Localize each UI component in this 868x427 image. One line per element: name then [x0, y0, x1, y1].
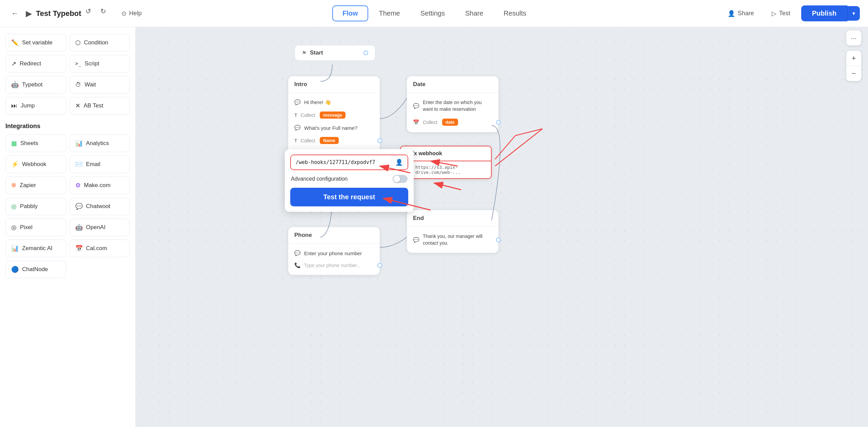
- start-node-inner[interactable]: ⚑ Start: [294, 45, 376, 61]
- apix-url-text[interactable]: https://s3.apix-drive.com/web-...: [415, 165, 486, 175]
- sidebar-item-analytics[interactable]: 📊 Analytics: [70, 135, 130, 152]
- sidebar-item-zapier[interactable]: ❊ Zapier: [5, 177, 66, 194]
- phone-row-1: 📞 Type your phone number...: [288, 259, 380, 271]
- tab-theme[interactable]: Theme: [369, 6, 409, 21]
- start-connector-dot: [363, 50, 368, 55]
- publish-button[interactable]: Publish: [801, 5, 847, 21]
- chat-icon-phone: 💬: [294, 250, 301, 256]
- apix-webhook-node[interactable]: apix webhook 🔗 https://s3.apix-drive.com…: [400, 146, 492, 179]
- end-node[interactable]: End 💬 Thank you, our manager will contac…: [407, 210, 498, 253]
- date-text-0: Enter the date on which you want to make…: [423, 99, 492, 113]
- zoom-out-button[interactable]: −: [846, 66, 861, 81]
- sidebar-item-jump[interactable]: ⏭ Jump: [5, 97, 66, 115]
- phone-node-body: 💬 Enter your phone number 📞 Type your ph…: [288, 244, 380, 275]
- share-button[interactable]: 👤 Share: [721, 6, 761, 21]
- tab-flow[interactable]: Flow: [332, 5, 368, 21]
- advanced-config-toggle[interactable]: [393, 175, 408, 183]
- sidebar-item-label: Analytics: [86, 140, 109, 147]
- chatwoot-icon: 💬: [75, 203, 83, 210]
- t-icon-1: T: [294, 138, 297, 143]
- webhook-user-icon[interactable]: 👤: [391, 155, 408, 169]
- tab-share[interactable]: Share: [456, 6, 493, 21]
- date-node[interactable]: Date 💬 Enter the date on which you want …: [407, 76, 498, 132]
- sidebar-item-email[interactable]: ✉️ Email: [70, 156, 130, 173]
- publish-dropdown-button[interactable]: ▾: [847, 6, 860, 21]
- chatnode-icon: 🔵: [11, 266, 19, 273]
- pixel-icon: ◎: [11, 224, 17, 231]
- tab-results[interactable]: Results: [494, 6, 536, 21]
- ab-test-icon: ✕: [75, 102, 80, 109]
- sidebar-item-webhook[interactable]: ⚡ Webhook: [5, 156, 66, 173]
- help-icon: ⊙: [121, 10, 126, 17]
- sidebar-item-label: Sheets: [20, 140, 38, 147]
- toggle-knob: [393, 176, 400, 182]
- sidebar-item-zemantic[interactable]: 📊 Zemantic AI: [5, 240, 66, 257]
- sidebar-item-typebot[interactable]: 🤖 Typebot: [5, 76, 66, 94]
- sidebar-item-set-variable[interactable]: ✏️ Set variable: [5, 34, 66, 52]
- chat-icon-date: 💬: [413, 103, 419, 109]
- tag-name: Name: [320, 137, 338, 144]
- intro-row-3: T Collect Name: [288, 134, 380, 147]
- svg-line-6: [515, 129, 542, 136]
- svg-line-7: [495, 129, 542, 166]
- sidebar-item-label: ChatNode: [22, 266, 48, 273]
- sidebar-item-ab-test[interactable]: ✕ AB Test: [70, 97, 130, 115]
- help-button[interactable]: ⊙ Help: [117, 7, 146, 20]
- canvas-more-button[interactable]: ···: [846, 30, 861, 45]
- sidebar-item-condition[interactable]: ⬡ Condition: [70, 34, 130, 52]
- node-connector-name: [377, 138, 382, 143]
- sidebar-item-label: Webhook: [22, 161, 46, 168]
- sidebar-item-redirect[interactable]: ↗ Redirect: [5, 55, 66, 73]
- sidebar-item-sheets[interactable]: ▦ Sheets: [5, 135, 66, 152]
- connection-lines: [136, 27, 868, 427]
- publish-group: Publish ▾: [801, 5, 860, 21]
- back-button[interactable]: ←: [8, 7, 22, 20]
- intro-node-header: Intro: [288, 76, 380, 93]
- collect-label-1: Collect: [301, 138, 315, 143]
- sidebar-blocks-grid: ✏️ Set variable ⬡ Condition ↗ Redirect >…: [5, 34, 130, 115]
- phone-node[interactable]: Phone 💬 Enter your phone number 📞 Type y…: [288, 227, 380, 275]
- node-connector-phone: [377, 263, 382, 268]
- sidebar-item-openai[interactable]: 🤖 OpenAI: [70, 219, 130, 236]
- set-variable-icon: ✏️: [11, 39, 19, 46]
- sidebar-item-label: Cal.com: [86, 245, 107, 252]
- sidebar-item-pixel[interactable]: ◎ Pixel: [5, 219, 66, 236]
- sidebar-item-calcom[interactable]: 📅 Cal.com: [70, 240, 130, 257]
- tab-settings[interactable]: Settings: [411, 6, 454, 21]
- redo-button[interactable]: ↻: [100, 7, 113, 20]
- advanced-config-row: Advanced configuration: [285, 170, 414, 188]
- svg-line-3: [434, 183, 461, 190]
- sidebar-item-makecom[interactable]: ⚙ Make.com: [70, 177, 130, 194]
- sidebar-item-wait[interactable]: ⏱ Wait: [70, 76, 130, 94]
- test-request-button[interactable]: Test the request: [290, 188, 408, 206]
- sidebar-item-label: Make.com: [84, 182, 111, 189]
- undo-button[interactable]: ↺: [85, 7, 98, 20]
- sidebar-item-chatnode[interactable]: 🔵 ChatNode: [5, 261, 66, 278]
- redirect-icon: ↗: [11, 60, 16, 67]
- sidebar-item-chatwoot[interactable]: 💬 Chatwoot: [70, 198, 130, 215]
- webhook-url-row: /web-hooks/127711/dxpodvf7 👤: [290, 155, 408, 170]
- apix-node-header: apix webhook: [400, 146, 492, 161]
- pabbly-icon: ◎: [11, 203, 17, 210]
- sidebar-item-label: Condition: [84, 39, 108, 46]
- test-button[interactable]: ▷ Test: [765, 6, 797, 21]
- flag-icon: ⚑: [302, 50, 307, 56]
- sidebar-item-label: Redirect: [20, 60, 41, 67]
- flow-canvas[interactable]: ··· + − ⚑ Start: [136, 27, 868, 427]
- webhook-popup[interactable]: /web-hooks/127711/dxpodvf7 👤 Advanced co…: [285, 149, 414, 212]
- zoom-in-button[interactable]: +: [846, 51, 861, 66]
- sheets-icon: ▦: [11, 140, 17, 147]
- cursor-icon: ▶: [26, 9, 32, 18]
- intro-text-2: What's your Full name?: [304, 125, 357, 131]
- sidebar-item-script[interactable]: >_ Script: [70, 55, 130, 73]
- intro-row-2: 💬 What's your Full name?: [288, 122, 380, 134]
- zoom-controls: + −: [846, 51, 861, 81]
- integrations-grid: ▦ Sheets 📊 Analytics ⚡ Webhook ✉️ Email …: [5, 135, 130, 278]
- webhook-url-text[interactable]: /web-hooks/127711/dxpodvf7: [291, 155, 391, 169]
- zapier-icon: ❊: [11, 182, 16, 189]
- date-node-header: Date: [407, 76, 498, 93]
- sidebar-item-label: Chatwoot: [86, 203, 111, 210]
- sidebar-item-label: Email: [86, 161, 101, 168]
- sidebar-item-pabbly[interactable]: ◎ Pabbly: [5, 198, 66, 215]
- openai-icon: 🤖: [75, 224, 83, 231]
